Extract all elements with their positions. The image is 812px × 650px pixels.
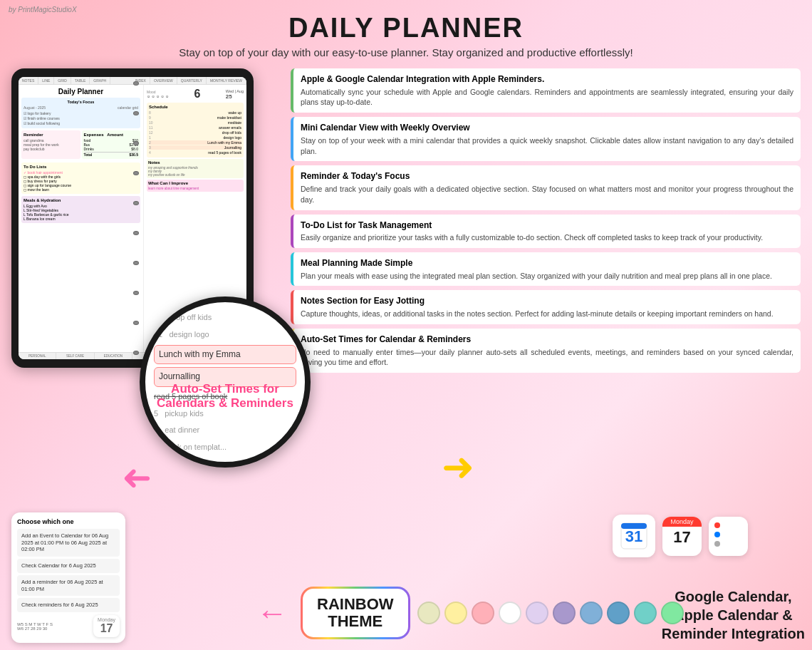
spiral-ring	[133, 351, 139, 355]
planner-inner-title: Daily Planner	[21, 88, 140, 96]
spiral-ring	[133, 141, 139, 145]
reminder-dot-gray	[714, 541, 720, 547]
tab-graph[interactable]: GRAPH	[90, 77, 110, 84]
schedule-title: Schedule	[149, 105, 241, 109]
date-number: 6	[194, 88, 201, 100]
spiral-ring	[133, 111, 139, 115]
page-subtitle: Stay on top of your day with our easy-to…	[0, 46, 812, 58]
swatch-lavender	[526, 602, 548, 624]
left-section: NOTES LINE GRID TABLE GRAPH INDEX OVERVI…	[11, 68, 268, 650]
swatch-pink	[472, 602, 494, 624]
feature-autoset: Auto-Set Times for Calendar & Reminders …	[291, 329, 801, 373]
feature-desc: No need to manually enter times—your dai…	[301, 347, 793, 368]
meals-title: Meals & Hydration	[24, 198, 138, 202]
swatch-mint	[661, 602, 684, 624]
feature-desc: Plan your meals with ease using the inte…	[301, 271, 793, 282]
focus-item: ☑ build social following	[24, 121, 138, 125]
calendar-icons: 31 Monday 17	[613, 515, 748, 557]
header: by PrintMagicStudioX DAILY PLANNER Stay …	[0, 0, 812, 63]
improve-title: What Can I Improve	[148, 181, 242, 185]
tab-grid[interactable]: GRID	[54, 77, 71, 84]
improve-box: What Can I Improve learn more about time…	[147, 180, 244, 192]
feature-title: Mini Calendar View with Weekly Overview	[301, 122, 793, 134]
arrow-rainbow-icon: ←	[256, 595, 288, 631]
schedule-item: 4read 5 pages of book	[149, 150, 241, 155]
tab-quarterly[interactable]: QUARTERLY	[177, 77, 207, 84]
spiral-ring	[133, 261, 139, 265]
tab-monthly[interactable]: MONTHLY REVIEW	[207, 77, 246, 84]
todo-title: To Do Lists	[24, 165, 138, 169]
feature-desc: Capture thoughts, ideas, or additional t…	[301, 309, 793, 319]
tab-selfcare[interactable]: SELF CARE	[56, 353, 94, 359]
expenses-box: Expenses Amount food$10 Bus$2.50 Drinks$…	[82, 130, 141, 159]
swatch-purple	[553, 602, 576, 624]
meals-box: Meals & Hydration L Egg with Avo L Stir-…	[21, 196, 140, 223]
feature-desc: Automatically sync your schedule with Ap…	[301, 87, 793, 108]
focus-title: Today's Focus	[24, 100, 138, 104]
rainbow-badge-text: RAINBOWTHEME	[317, 595, 394, 630]
spiral-ring	[133, 291, 139, 295]
tab-personal[interactable]: PERSONAL	[19, 353, 56, 359]
reminder-dot-blue	[714, 532, 720, 537]
main-layout: NOTES LINE GRID TABLE GRAPH INDEX OVERVI…	[0, 63, 812, 650]
swatch-white	[499, 602, 521, 624]
schedule-item: 1design logo	[149, 135, 241, 140]
schedule-item: 9make breakfast	[149, 115, 241, 120]
google-calendar-icon: 31	[613, 515, 655, 557]
spiral-ring	[133, 321, 139, 325]
notes-box: Notes my amazing and supportive friends …	[147, 159, 244, 178]
feature-notes: Notes Section for Easy Jotting Capture t…	[291, 290, 801, 324]
feature-todo: To-Do List for Task Management Easily or…	[291, 215, 801, 248]
arrow-right-icon: ➜	[442, 444, 474, 490]
feature-title: Auto-Set Times for Calendar & Reminders	[301, 334, 793, 346]
feature-meal-planning: Meal Planning Made Simple Plan your meal…	[291, 252, 801, 286]
schedule-item: 12drop off kids	[149, 130, 241, 135]
small-tablet-title: Choose which one	[17, 518, 120, 525]
swatch-yellow	[444, 602, 467, 624]
date-info: Wed | Aug 25	[226, 89, 244, 100]
dot-red	[714, 522, 720, 528]
feature-title: Apple & Google Calendar Integration with…	[301, 73, 793, 86]
schedule-highlighted: 2Lunch with my Emma	[149, 140, 241, 145]
page-title: DAILY PLANNER	[0, 13, 812, 43]
small-tablet-item: Add a reminder for 06 Aug 2025 at 01:00 …	[17, 575, 120, 597]
dot-blue	[714, 532, 720, 537]
spiral-ring	[133, 171, 139, 175]
spiral-ring	[133, 81, 139, 86]
feature-desc: Define and track your daily goals with a…	[301, 184, 793, 205]
zoom-label: Auto-Set Times forCalendars & Reminders	[154, 382, 296, 411]
schedule-item: 10meditate	[149, 120, 241, 125]
todo-box: To Do Lists ✓ book hair appointment ◻ sp…	[21, 162, 140, 194]
spiral-ring	[133, 201, 139, 205]
apple-calendar-icon: Monday 17	[662, 517, 702, 556]
notes-title: Notes	[148, 160, 242, 165]
tab-line[interactable]: LINE	[38, 77, 54, 84]
expenses-title: Expenses Amount	[84, 133, 139, 137]
feature-mini-calendar: Mini Calendar View with Weekly Overview …	[291, 117, 801, 161]
svg-rect-3	[621, 523, 647, 529]
svg-text:31: 31	[625, 527, 642, 545]
swatch-blue	[580, 602, 603, 624]
right-panel: Apple & Google Calendar Integration with…	[291, 68, 801, 650]
small-tablet-item: Add an Event to Calendar for 06 Aug 2025…	[17, 529, 120, 557]
swatch-darkblue	[607, 602, 630, 624]
tab-notes[interactable]: NOTES	[19, 77, 38, 84]
rainbow-badge: RAINBOWTHEME	[301, 587, 410, 639]
feature-desc: Easily organize and prioritize your task…	[301, 232, 793, 243]
feature-title: Reminder & Today's Focus	[301, 170, 793, 182]
tab-table[interactable]: TABLE	[71, 77, 90, 84]
tab-overview[interactable]: OVERVIEW	[150, 77, 177, 84]
feature-title: Meal Planning Made Simple	[301, 257, 793, 269]
planner-left-panel: Daily Planner Today's Focus August - 202…	[19, 85, 144, 358]
feature-calendar-integration: Apple & Google Calendar Integration with…	[291, 68, 801, 113]
small-tablet-item: Check reminders for 6 Aug 2025	[17, 598, 120, 612]
reminder-title: Reminder	[24, 133, 78, 137]
feature-title: Notes Section for Easy Jotting	[301, 295, 793, 307]
spiral-binding	[132, 68, 140, 368]
reminder-icon	[709, 517, 748, 556]
reminder-box: Reminder call grandma meal prep for the …	[21, 130, 80, 159]
feature-reminder-focus: Reminder & Today's Focus Define and trac…	[291, 165, 801, 210]
small-tablet-item: Check Calendar for 6 Aug 2025	[17, 559, 120, 573]
tab-education[interactable]: EDUCATION	[95, 353, 132, 359]
focus-item: ☑ finish online courses	[24, 116, 138, 120]
